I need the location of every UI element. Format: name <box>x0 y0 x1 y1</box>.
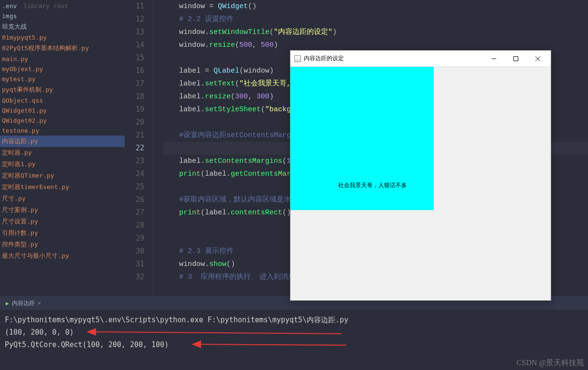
window-controls <box>483 52 549 66</box>
file-tree-item[interactable]: QWidget01.py <box>0 106 125 116</box>
console-output[interactable]: F:\pythonitems\mypyqt5\.env\Scripts\pyth… <box>0 310 588 355</box>
project-root[interactable]: .env library root <box>0 1 125 11</box>
file-tree-item[interactable]: main.py <box>0 54 125 64</box>
file-tree-item[interactable]: 尺寸案例.py <box>0 204 125 216</box>
output-app-window[interactable]: 内容边距的设定 社会我景天哥，人狠话不多 <box>290 50 551 301</box>
window-title: 内容边距的设定 <box>304 54 344 63</box>
file-tree-item[interactable]: 内容边距.py <box>0 136 125 147</box>
svg-rect-3 <box>514 56 518 61</box>
maximize-button[interactable] <box>505 52 527 66</box>
file-tree-item[interactable]: 定时器timerEvent.py <box>0 181 125 193</box>
minimize-button[interactable] <box>483 52 505 66</box>
console-line: F:\pythonitems\mypyqt5\.env\Scripts\pyth… <box>5 314 583 326</box>
file-tree-item[interactable]: 引用计数.py <box>0 227 125 239</box>
console-tab-label: 内容边距 <box>12 299 35 307</box>
play-icon: ▶ <box>6 300 9 307</box>
console-line: (100, 200, 0, 0) <box>5 326 583 338</box>
file-tree-item[interactable]: 尺寸.py <box>0 193 125 204</box>
close-icon[interactable]: × <box>38 300 41 307</box>
file-tree-item[interactable]: 最大尺寸与最小尺寸.py <box>0 250 125 262</box>
file-tree-item[interactable]: 定时器QTimer.py <box>0 170 125 181</box>
watermark: CSDN @景天科技苑 <box>517 358 584 368</box>
file-tree-item[interactable]: pyqt事件机制.py <box>0 84 125 95</box>
titlebar[interactable]: 内容边距的设定 <box>290 51 551 67</box>
file-tree[interactable]: .env library root imgs坦克大战01mypyqt5.py02… <box>0 0 125 296</box>
close-button[interactable] <box>527 52 549 66</box>
file-tree-item[interactable]: 定时器1.py <box>0 159 125 170</box>
file-tree-item[interactable]: 定时器.py <box>0 147 125 159</box>
cyan-label-widget: 社会我景天哥，人狠话不多 <box>290 67 434 210</box>
root-label: .env <box>2 2 17 10</box>
file-tree-item[interactable]: 01mypyqt5.py <box>0 32 125 42</box>
file-tree-item[interactable]: 尺寸设置.py <box>0 216 125 227</box>
console-panel: ▶ 内容边距 × F:\pythonitems\mypyqt5\.env\Scr… <box>0 296 588 370</box>
console-line: PyQt5.QtCore.QRect(100, 200, 200, 100) <box>5 338 583 351</box>
root-hint: library root <box>23 2 68 10</box>
label-text: 社会我景天哥，人狠话不多 <box>338 181 434 190</box>
file-tree-item[interactable]: myObjext.py <box>0 64 125 74</box>
file-tree-item[interactable]: 坦克大战 <box>0 21 125 32</box>
line-gutter: 1112131415161718192021222324252627282930… <box>125 0 153 296</box>
file-tree-item[interactable]: QObject.qss <box>0 95 125 106</box>
console-tab-run[interactable]: ▶ 内容边距 × <box>2 298 45 308</box>
app-body: 社会我景天哥，人狠话不多 <box>290 67 551 300</box>
file-tree-item[interactable]: imgs <box>0 11 125 21</box>
file-tree-item[interactable]: 控件类型.py <box>0 239 125 250</box>
app-icon <box>294 55 301 62</box>
file-tree-item[interactable]: 02PyQt5程序基本结构解析.py <box>0 42 125 54</box>
file-tree-item[interactable]: mytest.py <box>0 74 125 84</box>
file-tree-item[interactable]: testone.py <box>0 126 125 136</box>
file-tree-item[interactable]: QWidget02.py <box>0 116 125 126</box>
